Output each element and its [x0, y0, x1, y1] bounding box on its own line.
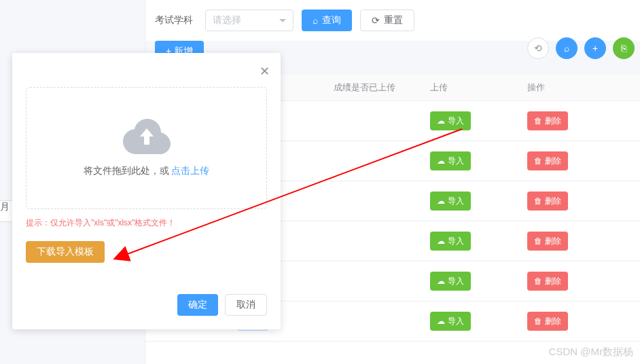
cancel-button[interactable]: 取消 — [225, 294, 267, 316]
confirm-button[interactable]: 确定 — [177, 294, 218, 316]
upload-hint: 提示：仅允许导入"xls"或"xlsx"格式文件！ — [26, 217, 267, 229]
download-template-button[interactable]: 下载导入模板 — [26, 241, 105, 263]
upload-link[interactable]: 点击上传 — [171, 165, 209, 176]
cloud-upload-icon — [123, 119, 171, 154]
upload-dropzone[interactable]: 将文件拖到此处，或 点击上传 — [26, 87, 267, 209]
watermark: CSDN @Mr数据杨 — [549, 346, 633, 359]
upload-text-prefix: 将文件拖到此处，或 — [84, 165, 172, 176]
upload-text: 将文件拖到此处，或 点击上传 — [84, 165, 210, 177]
close-icon[interactable]: ✕ — [260, 64, 270, 79]
import-modal: ✕ 将文件拖到此处，或 点击上传 提示：仅允许导入"xls"或"xlsx"格式文… — [12, 53, 281, 329]
